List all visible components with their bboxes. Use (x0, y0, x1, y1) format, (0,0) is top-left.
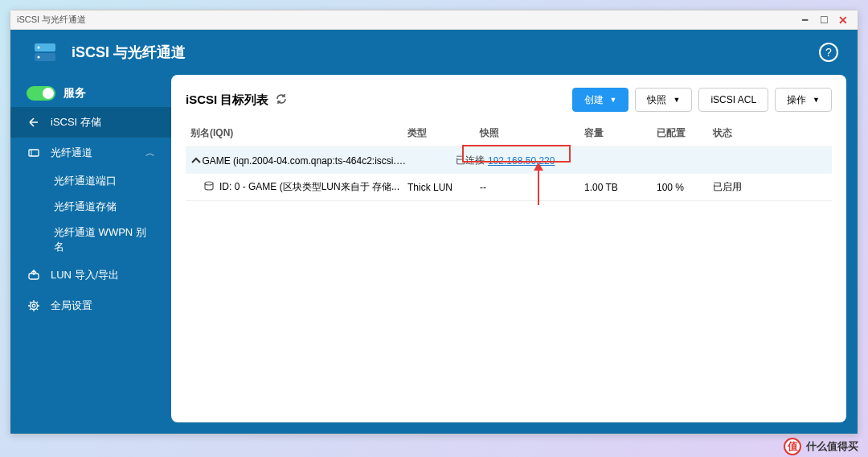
help-icon[interactable]: ? (819, 43, 838, 62)
app-window: iSCSI 与光纤通道 ━ ☐ ✕ iSCSI 与光纤通道 ? 服务 (10, 10, 858, 434)
nav-label: 全局设置 (51, 298, 92, 313)
sidebar-item-global-settings[interactable]: 全局设置 (10, 290, 171, 321)
lun-status: 已启用 (713, 180, 827, 194)
sidebar: 服务 iSCSI 存储 光纤通道 ︿ 光纤通道端口 光纤通道存储 (10, 75, 171, 434)
lun-capacity: 1.00 TB (584, 182, 657, 193)
sidebar-sub-fc-storage[interactable]: 光纤通道存储 (10, 194, 171, 220)
iscsi-storage-icon (27, 116, 41, 129)
service-label: 服务 (63, 86, 86, 101)
caret-down-icon: ▼ (610, 96, 617, 104)
panel-header: iSCSI 目标列表 创建▼ 快照▼ iSCSI ACL 操作▼ (186, 88, 832, 112)
chevron-up-icon: ︿ (145, 146, 155, 160)
lun-io-icon (27, 269, 41, 282)
svg-point-2 (38, 47, 40, 49)
col-type: 类型 (407, 126, 480, 140)
watermark-text: 什么值得买 (806, 439, 858, 454)
panel-title: iSCSI 目标列表 (186, 93, 268, 108)
sidebar-item-lun-import-export[interactable]: LUN 导入/导出 (10, 260, 171, 290)
watermark: 值 什么值得买 (784, 438, 858, 455)
collapse-icon[interactable] (190, 155, 202, 167)
svg-point-3 (38, 56, 40, 59)
lun-type: Thick LUN (407, 182, 480, 193)
create-button[interactable]: 创建▼ (572, 88, 629, 112)
svg-rect-4 (29, 150, 39, 156)
service-toggle-row: 服务 (10, 80, 171, 107)
sidebar-item-iscsi-storage[interactable]: iSCSI 存储 (10, 107, 171, 138)
connection-status: 已连接 (456, 154, 485, 167)
app-icon (30, 37, 60, 68)
iscsi-acl-button[interactable]: iSCSI ACL (698, 88, 768, 112)
target-name: GAME (iqn.2004-04.com.qnap:ts-464c2:iscs… (202, 155, 407, 167)
col-capacity: 容量 (584, 126, 657, 140)
col-status: 状态 (713, 126, 827, 140)
nav-label: LUN 导入/导出 (51, 268, 119, 282)
lun-row[interactable]: ID: 0 - GAME (区块类型LUN来自于 存储... Thick LUN… (186, 174, 832, 201)
app-body: iSCSI 与光纤通道 ? 服务 iSCSI 存储 (10, 30, 858, 434)
nav-label: iSCSI 存储 (51, 115, 101, 130)
col-configured: 已配置 (657, 126, 713, 140)
svg-point-7 (31, 303, 38, 310)
watermark-badge: 值 (784, 438, 801, 455)
main-panel: iSCSI 目标列表 创建▼ 快照▼ iSCSI ACL 操作▼ 别名(IQN)… (171, 75, 846, 422)
lun-snapshot: -- (480, 182, 584, 193)
nav-label: 光纤通道 (51, 146, 92, 160)
refresh-icon[interactable] (275, 93, 288, 108)
col-alias: 别名(IQN) (190, 126, 407, 140)
close-button[interactable]: ✕ (835, 14, 851, 27)
snapshot-button[interactable]: 快照▼ (635, 88, 692, 112)
minimize-button[interactable]: ━ (796, 14, 813, 27)
svg-point-9 (205, 182, 213, 185)
sidebar-item-fibre-channel[interactable]: 光纤通道 ︿ (10, 138, 171, 168)
window-title: iSCSI 与光纤通道 (17, 14, 86, 26)
titlebar[interactable]: iSCSI 与光纤通道 ━ ☐ ✕ (10, 10, 858, 30)
action-button[interactable]: 操作▼ (775, 88, 832, 112)
app-title: iSCSI 与光纤通道 (72, 43, 186, 62)
maximize-button[interactable]: ☐ (816, 14, 832, 27)
sidebar-sub-fc-wwpn[interactable]: 光纤通道 WWPN 别名 (10, 220, 171, 260)
disk-icon (203, 180, 215, 194)
svg-point-8 (32, 304, 35, 307)
service-toggle[interactable] (27, 86, 55, 101)
target-table: 别名(IQN) 类型 快照 容量 已配置 状态 GAME (iqn.2004-0… (186, 120, 832, 410)
lun-configured: 100 % (657, 182, 713, 193)
app-header: iSCSI 与光纤通道 ? (10, 30, 858, 75)
fibre-channel-icon (27, 146, 41, 159)
target-row[interactable]: GAME (iqn.2004-04.com.qnap:ts-464c2:iscs… (186, 147, 832, 174)
sidebar-sub-fc-port[interactable]: 光纤通道端口 (10, 168, 171, 194)
connected-ip-link[interactable]: 192.168.50.220 (488, 155, 555, 167)
lun-name: ID: 0 - GAME (区块类型LUN来自于 存储... (219, 180, 399, 194)
table-header: 别名(IQN) 类型 快照 容量 已配置 状态 (186, 120, 832, 147)
caret-down-icon: ▼ (673, 96, 680, 104)
col-snapshot: 快照 (480, 126, 584, 140)
content-area: 服务 iSCSI 存储 光纤通道 ︿ 光纤通道端口 光纤通道存储 (10, 75, 858, 434)
gear-icon (27, 299, 41, 312)
caret-down-icon: ▼ (813, 96, 820, 104)
